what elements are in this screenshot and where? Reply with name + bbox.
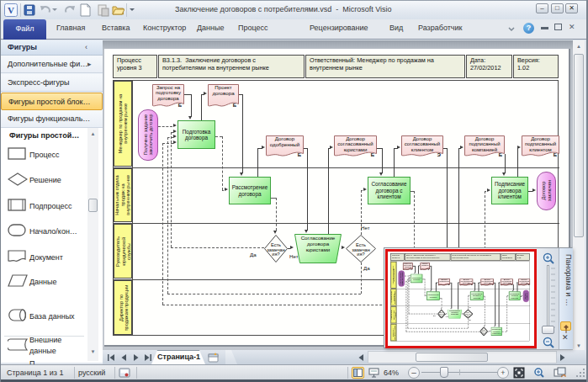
svg-text:V: V [8,5,14,15]
